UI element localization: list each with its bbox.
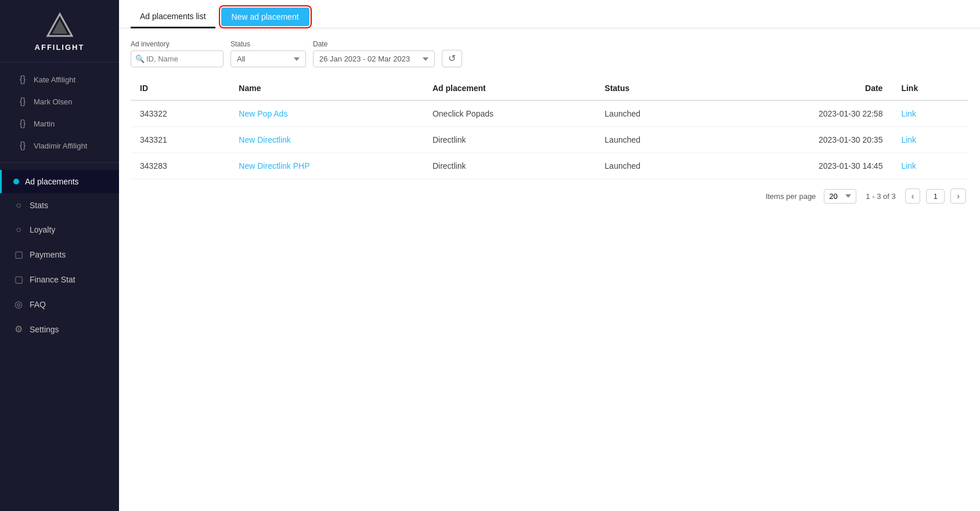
cell-ad-placement: Directlink — [423, 127, 596, 153]
logo-icon — [45, 12, 74, 41]
sidebar-item-faq[interactable]: ◎ FAQ — [0, 292, 119, 317]
items-per-page-label: Items per page — [766, 192, 816, 201]
table-body: 343322 New Pop Ads Oneclick Popads Launc… — [131, 100, 968, 179]
sidebar-item-label: Mark Olsen — [34, 97, 72, 106]
account-list: {} Kate Affilight {} Mark Olsen {} Marti… — [0, 67, 119, 158]
pagination-prev-button[interactable]: ‹ — [905, 189, 921, 204]
circle-icon: ○ — [13, 200, 24, 211]
sidebar-item-settings[interactable]: ⚙ Settings — [0, 317, 119, 342]
cell-date: 2023-01-30 20:35 — [713, 127, 892, 153]
col-name: Name — [229, 77, 423, 100]
cell-date: 2023-01-30 22:58 — [713, 100, 892, 127]
sidebar-item-mark-olsen[interactable]: {} Mark Olsen — [0, 90, 119, 113]
braces-icon: {} — [17, 74, 28, 85]
nav-section: Ad placements ○ Stats ○ Loyalty ▢ Paymen… — [0, 168, 119, 344]
sidebar-item-label: Kate Affilight — [34, 75, 75, 84]
sidebar-item-ad-placements[interactable]: Ad placements — [0, 170, 119, 193]
braces-icon: {} — [17, 96, 28, 107]
sidebar-item-label: Loyalty — [30, 225, 55, 234]
items-per-page-select[interactable]: 20 50 100 — [824, 189, 856, 204]
cell-link[interactable]: Link — [892, 127, 968, 153]
tabs-bar: Ad placements list New ad placement — [119, 0, 980, 28]
sidebar-item-finance-stat[interactable]: ▢ Finance Stat — [0, 267, 119, 292]
filters-bar: Ad inventory 🔍 Status All Launched Pause… — [131, 40, 968, 67]
ad-inventory-input-wrap: 🔍 — [131, 50, 224, 67]
square-icon: ▢ — [13, 249, 24, 260]
sidebar-logo: AFFILIGHT — [0, 0, 119, 57]
new-ad-placement-button[interactable]: New ad placement — [221, 8, 309, 26]
sidebar-item-payments[interactable]: ▢ Payments — [0, 242, 119, 267]
status-filter: Status All Launched Paused — [230, 40, 306, 67]
pagination-bar: Items per page 20 50 100 1 - 3 of 3 ‹ 1 … — [131, 179, 968, 206]
date-filter: Date 26 Jan 2023 - 02 Mar 2023 — [313, 40, 435, 67]
square-icon: ▢ — [13, 274, 24, 285]
sidebar-item-label: Ad placements — [25, 177, 79, 186]
cell-date: 2023-01-30 14:45 — [713, 153, 892, 179]
table-row: 343283 New Directlink PHP Directlink Lau… — [131, 153, 968, 179]
logo-text: AFFILIGHT — [35, 43, 85, 52]
pagination-next-button[interactable]: › — [950, 189, 966, 204]
sidebar-item-vladimir-affilight[interactable]: {} Vladimir Affilight — [0, 135, 119, 157]
date-label: Date — [313, 40, 435, 48]
sidebar-item-kate-affilight[interactable]: {} Kate Affilight — [0, 68, 119, 90]
sidebar-item-label: FAQ — [30, 300, 46, 309]
col-date: Date — [713, 77, 892, 100]
sidebar-item-label: Martin — [34, 119, 55, 128]
ad-inventory-input[interactable] — [131, 50, 224, 67]
ad-inventory-filter: Ad inventory 🔍 — [131, 40, 224, 67]
gear-outline-icon: ◎ — [13, 299, 24, 310]
sidebar-item-label: Settings — [30, 325, 59, 334]
search-icon: 🔍 — [135, 55, 145, 63]
cell-id: 343321 — [131, 127, 229, 153]
pagination-current-page: 1 — [926, 189, 945, 204]
sidebar-item-label: Stats — [30, 201, 48, 210]
sidebar-item-label: Vladimir Affilight — [34, 142, 87, 150]
table-row: 343322 New Pop Ads Oneclick Popads Launc… — [131, 100, 968, 127]
pagination-range: 1 - 3 of 3 — [866, 192, 895, 201]
gear-icon: ⚙ — [13, 324, 24, 335]
sidebar-item-stats[interactable]: ○ Stats — [0, 193, 119, 218]
cell-id: 343283 — [131, 153, 229, 179]
cell-status: Launched — [596, 100, 713, 127]
table-header: ID Name Ad placement Status Date Link — [131, 77, 968, 100]
sidebar-item-loyalty[interactable]: ○ Loyalty — [0, 218, 119, 242]
braces-icon: {} — [17, 118, 28, 129]
tab-ad-placements-list[interactable]: Ad placements list — [131, 6, 215, 28]
date-select[interactable]: 26 Jan 2023 - 02 Mar 2023 — [313, 50, 435, 67]
main-content: Ad placements list New ad placement Ad i… — [119, 0, 980, 511]
status-select[interactable]: All Launched Paused — [230, 50, 306, 67]
content-area: Ad inventory 🔍 Status All Launched Pause… — [119, 28, 980, 511]
cell-status: Launched — [596, 153, 713, 179]
cell-ad-placement: Oneclick Popads — [423, 100, 596, 127]
braces-icon: {} — [17, 140, 28, 151]
sidebar: AFFILIGHT {} Kate Affilight {} Mark Olse… — [0, 0, 119, 511]
cell-id: 343322 — [131, 100, 229, 127]
cell-link[interactable]: Link — [892, 100, 968, 127]
ad-inventory-label: Ad inventory — [131, 40, 224, 48]
col-ad-placement: Ad placement — [423, 77, 596, 100]
cell-name[interactable]: New Directlink — [229, 127, 423, 153]
cell-name[interactable]: New Directlink PHP — [229, 153, 423, 179]
cell-status: Launched — [596, 127, 713, 153]
sidebar-item-martin[interactable]: {} Martin — [0, 113, 119, 135]
cell-link[interactable]: Link — [892, 153, 968, 179]
col-status: Status — [596, 77, 713, 100]
cell-name[interactable]: New Pop Ads — [229, 100, 423, 127]
ad-placements-table: ID Name Ad placement Status Date Link 34… — [131, 77, 968, 179]
cell-ad-placement: Directlink — [423, 153, 596, 179]
col-link: Link — [892, 77, 968, 100]
status-label: Status — [230, 40, 306, 48]
col-id: ID — [131, 77, 229, 100]
table-row: 343321 New Directlink Directlink Launche… — [131, 127, 968, 153]
active-dot-icon — [13, 179, 19, 184]
refresh-button[interactable]: ↺ — [442, 50, 462, 67]
sidebar-item-label: Payments — [30, 250, 66, 259]
circle-icon: ○ — [13, 224, 24, 235]
sidebar-item-label: Finance Stat — [30, 275, 75, 284]
